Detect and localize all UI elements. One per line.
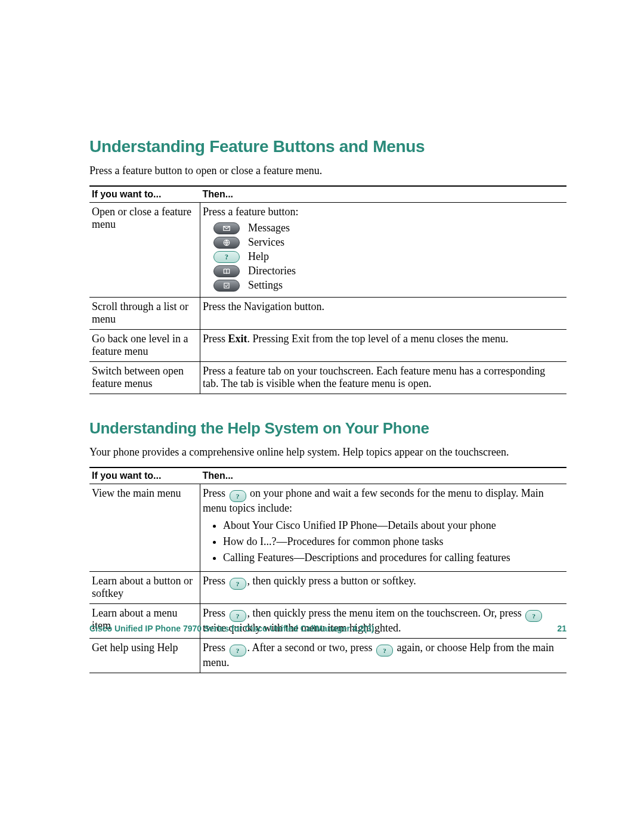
want-go-back: Go back one level in a feature menu	[89, 330, 200, 362]
column-header-then-2: Then...	[200, 467, 567, 484]
settings-label: Settings	[248, 279, 283, 292]
want-open-close-menu: Open or close a feature menu	[89, 203, 200, 298]
section-intro-2: Your phone provides a comprehensive onli…	[89, 446, 566, 459]
table-row: Go back one level in a feature menu Pres…	[89, 330, 566, 362]
text-fragment: , then quickly press a button or softkey…	[247, 575, 416, 587]
table-row: View the main menu Press ? on your phone…	[89, 484, 566, 572]
want-view-main-menu: View the main menu	[89, 484, 200, 572]
feature-button-help: ? Help	[213, 250, 563, 263]
question-icon: ?	[230, 490, 246, 502]
messages-label: Messages	[248, 222, 290, 234]
services-label: Services	[248, 236, 284, 249]
footer-title: Cisco Unified IP Phone 7970 Series for C…	[89, 624, 374, 633]
checkbox-icon	[213, 280, 240, 292]
section-heading-feature-buttons: Understanding Feature Buttons and Menus	[89, 137, 566, 156]
feature-button-services: Services	[213, 236, 563, 249]
list-item: About Your Cisco Unified IP Phone—Detail…	[223, 519, 563, 532]
document-page: Understanding Feature Buttons and Menus …	[0, 0, 644, 833]
then-open-close-menu: Press a feature button: Messages	[200, 203, 567, 298]
text-fragment: on your phone and wait a few seconds for…	[203, 487, 544, 514]
list-item: Calling Features—Descriptions and proced…	[223, 552, 563, 564]
then-switch-menus: Press a feature tab on your touchscreen.…	[200, 362, 567, 394]
feature-button-messages: Messages	[213, 222, 563, 234]
main-menu-topics: About Your Cisco Unified IP Phone—Detail…	[203, 519, 563, 564]
column-header-want-2: If you want to...	[89, 467, 200, 484]
question-icon: ?	[230, 645, 246, 657]
book-icon	[213, 265, 240, 277]
question-icon: ?	[230, 578, 246, 590]
section-heading-help-system: Understanding the Help System on Your Ph…	[89, 419, 566, 438]
then-scroll: Press the Navigation button.	[200, 298, 567, 330]
section-intro-1: Press a feature button to open or close …	[89, 165, 566, 177]
envelope-icon	[213, 222, 240, 234]
then-go-back: Press Exit. Pressing Exit from the top l…	[200, 330, 567, 362]
feature-button-directories: Directories	[213, 265, 563, 277]
question-icon: ?	[525, 610, 542, 622]
footer-page-number: 21	[557, 624, 566, 633]
text-fragment: . After a second or two, press	[247, 642, 375, 654]
text-fragment: Press	[203, 642, 228, 654]
text-fragment: . Pressing Exit from the top level of a …	[247, 333, 509, 345]
help-system-table: If you want to... Then... View the main …	[89, 467, 566, 673]
table-row: Learn about a button or softkey Press ?,…	[89, 572, 566, 604]
help-label: Help	[248, 250, 269, 263]
text-fragment: Press	[203, 333, 228, 345]
then-help-using-help: Press ?. After a second or two, press ? …	[200, 639, 567, 673]
want-learn-button: Learn about a button or softkey	[89, 572, 200, 604]
text-fragment: , then quickly press the menu item on th…	[247, 607, 525, 619]
want-switch-menus: Switch between open feature menus	[89, 362, 200, 394]
question-icon: ?	[230, 610, 246, 622]
want-scroll: Scroll through a list or menu	[89, 298, 200, 330]
feature-buttons-table: If you want to... Then... Open or close …	[89, 185, 566, 394]
exit-bold: Exit	[228, 333, 247, 345]
table-row: Open or close a feature menu Press a fea…	[89, 203, 566, 298]
then-view-main-menu: Press ? on your phone and wait a few sec…	[200, 484, 567, 572]
table-row: Switch between open feature menus Press …	[89, 362, 566, 394]
svg-rect-2	[224, 283, 229, 287]
globe-icon	[213, 237, 240, 249]
question-icon: ?	[213, 251, 240, 263]
list-item: How do I...?—Procedures for common phone…	[223, 535, 563, 548]
want-help-using-help: Get help using Help	[89, 639, 200, 673]
question-icon: ?	[376, 645, 393, 657]
table-row: Scroll through a list or menu Press the …	[89, 298, 566, 330]
press-feature-button-lead: Press a feature button:	[203, 206, 298, 218]
directories-label: Directories	[248, 265, 296, 277]
text-fragment: Press	[203, 607, 228, 619]
feature-button-settings: Settings	[213, 279, 563, 292]
text-fragment: Press	[203, 487, 228, 499]
text-fragment: Press	[203, 575, 228, 587]
page-footer: Cisco Unified IP Phone 7970 Series for C…	[89, 624, 566, 633]
table-row: Get help using Help Press ?. After a sec…	[89, 639, 566, 673]
then-learn-button: Press ?, then quickly press a button or …	[200, 572, 567, 604]
column-header-want-1: If you want to...	[89, 186, 200, 203]
column-header-then-1: Then...	[200, 186, 567, 203]
